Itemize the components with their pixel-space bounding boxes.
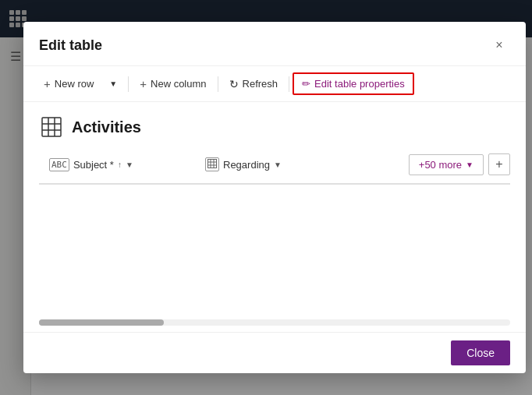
modal-toolbar: + New row ▼ + New column ↻ Refresh ✏ Edi… [23, 66, 526, 102]
toolbar-divider-1 [128, 76, 129, 92]
table-name: Activities [72, 118, 141, 136]
plus-col-icon: + [495, 157, 502, 171]
edit-table-modal: Edit table × + New row ▼ + New column ↻ … [23, 22, 526, 373]
chevron-subject-icon: ▼ [126, 160, 133, 169]
regarding-grid-icon [205, 157, 219, 171]
modal-footer: Close [23, 332, 526, 373]
refresh-button[interactable]: ↻ Refresh [222, 74, 286, 94]
chevron-regarding-icon: ▼ [274, 160, 282, 169]
table-header-section: Activities [39, 115, 510, 139]
scrollbar-track[interactable] [39, 319, 510, 326]
plus-icon: + [44, 77, 51, 90]
more-columns-button[interactable]: +50 more ▼ [409, 154, 484, 175]
more-columns-label: +50 more [419, 159, 462, 171]
modal-header: Edit table × [23, 22, 526, 66]
regarding-column-header[interactable]: Regarding ▼ [195, 152, 320, 177]
svg-rect-0 [42, 118, 61, 136]
chevron-more-icon: ▼ [466, 160, 473, 169]
table-grid-icon [39, 115, 64, 139]
toolbar-divider-2 [218, 76, 218, 92]
abc-icon: ABC [49, 158, 69, 171]
modal-close-button[interactable]: × [488, 34, 510, 56]
add-column-button[interactable]: + [488, 153, 510, 175]
close-button[interactable]: Close [451, 340, 510, 365]
new-row-label: New row [55, 78, 94, 90]
new-column-button[interactable]: + New column [132, 73, 214, 94]
svg-rect-5 [208, 160, 217, 168]
modal-title: Edit table [39, 37, 102, 54]
modal-body: Activities ABC Subject * ↑ ▼ [23, 102, 526, 313]
chevron-down-icon: ▼ [109, 79, 117, 88]
plus-icon-2: + [140, 77, 147, 90]
scrollbar-area [23, 313, 526, 332]
refresh-label: Refresh [243, 78, 278, 90]
subject-label: Subject * [73, 159, 114, 171]
sort-up-icon: ↑ [118, 160, 122, 169]
pencil-icon: ✏ [302, 78, 310, 90]
new-row-dropdown-button[interactable]: ▼ [101, 76, 125, 92]
subject-column-header[interactable]: ABC Subject * ↑ ▼ [39, 153, 195, 177]
refresh-icon: ↻ [229, 78, 239, 90]
toolbar-divider-3 [289, 76, 289, 92]
scrollbar-thumb[interactable] [39, 319, 164, 326]
regarding-label: Regarding [223, 159, 270, 171]
empty-data-area [39, 185, 510, 313]
edit-table-properties-button[interactable]: ✏ Edit table properties [293, 72, 414, 95]
new-row-button[interactable]: + New row [36, 73, 101, 94]
columns-header-row: ABC Subject * ↑ ▼ Regarding ▼ [39, 152, 510, 185]
edit-table-properties-label: Edit table properties [314, 78, 405, 90]
new-column-label: New column [151, 78, 207, 90]
